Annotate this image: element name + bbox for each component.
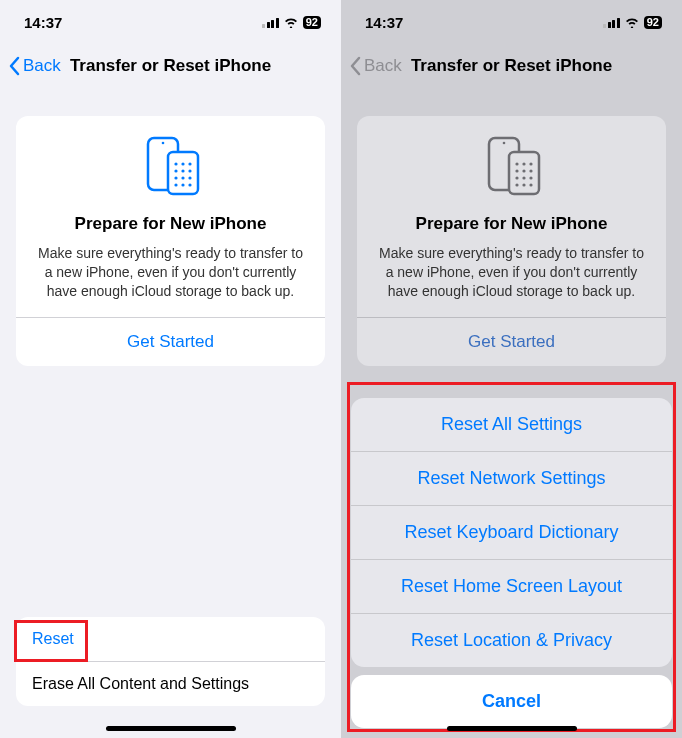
svg-point-19 — [522, 162, 525, 165]
bottom-options-list: Reset Erase All Content and Settings — [16, 617, 325, 706]
svg-point-11 — [188, 176, 191, 179]
reset-action-sheet: Reset All Settings Reset Network Setting… — [351, 398, 672, 728]
reset-network-settings-button[interactable]: Reset Network Settings — [351, 452, 672, 506]
chevron-left-icon — [8, 56, 20, 76]
chevron-left-icon — [349, 56, 361, 76]
erase-all-button[interactable]: Erase All Content and Settings — [16, 662, 325, 706]
cellular-signal-icon — [262, 17, 279, 28]
svg-point-9 — [174, 176, 177, 179]
battery-icon: 92 — [644, 16, 662, 29]
svg-point-24 — [515, 176, 518, 179]
screen-left: 14:37 92 Back Transfer or Reset iPhone P… — [0, 0, 341, 738]
battery-icon: 92 — [303, 16, 321, 29]
svg-point-21 — [515, 169, 518, 172]
cancel-button[interactable]: Cancel — [351, 675, 672, 728]
back-button[interactable]: Back — [349, 56, 402, 76]
get-started-button[interactable]: Get Started — [357, 317, 666, 366]
nav-bar: Back Transfer or Reset iPhone — [0, 44, 341, 88]
svg-point-8 — [188, 169, 191, 172]
reset-all-settings-button[interactable]: Reset All Settings — [351, 398, 672, 452]
svg-point-1 — [161, 142, 164, 145]
svg-point-22 — [522, 169, 525, 172]
reset-keyboard-dictionary-button[interactable]: Reset Keyboard Dictionary — [351, 506, 672, 560]
get-started-button[interactable]: Get Started — [16, 317, 325, 366]
reset-home-screen-layout-button[interactable]: Reset Home Screen Layout — [351, 560, 672, 614]
back-label: Back — [364, 56, 402, 76]
status-indicators: 92 — [603, 16, 662, 29]
svg-point-13 — [181, 183, 184, 186]
svg-rect-2 — [168, 152, 198, 194]
reset-location-privacy-button[interactable]: Reset Location & Privacy — [351, 614, 672, 667]
action-group: Reset All Settings Reset Network Setting… — [351, 398, 672, 667]
card-body: Make sure everything's ready to transfer… — [375, 244, 648, 301]
svg-rect-17 — [509, 152, 539, 194]
svg-point-26 — [529, 176, 532, 179]
nav-bar: Back Transfer or Reset iPhone — [341, 44, 682, 88]
status-bar: 14:37 92 — [0, 0, 341, 44]
svg-point-3 — [174, 162, 177, 165]
svg-point-10 — [181, 176, 184, 179]
svg-point-14 — [188, 183, 191, 186]
devices-icon — [477, 134, 547, 198]
svg-point-25 — [522, 176, 525, 179]
status-indicators: 92 — [262, 16, 321, 29]
back-button[interactable]: Back — [8, 56, 61, 76]
svg-point-28 — [522, 183, 525, 186]
svg-point-16 — [502, 142, 505, 145]
svg-point-12 — [174, 183, 177, 186]
cellular-signal-icon — [603, 17, 620, 28]
svg-point-7 — [181, 169, 184, 172]
svg-point-5 — [188, 162, 191, 165]
status-time: 14:37 — [24, 14, 62, 31]
svg-point-18 — [515, 162, 518, 165]
prepare-card: Prepare for New iPhone Make sure everyth… — [357, 116, 666, 366]
card-body: Make sure everything's ready to transfer… — [34, 244, 307, 301]
home-indicator — [447, 726, 577, 731]
svg-point-23 — [529, 169, 532, 172]
home-indicator — [106, 726, 236, 731]
wifi-icon — [283, 16, 299, 28]
status-bar: 14:37 92 — [341, 0, 682, 44]
wifi-icon — [624, 16, 640, 28]
devices-icon — [136, 134, 206, 198]
svg-point-27 — [515, 183, 518, 186]
svg-point-29 — [529, 183, 532, 186]
prepare-card: Prepare for New iPhone Make sure everyth… — [16, 116, 325, 366]
svg-point-20 — [529, 162, 532, 165]
reset-button[interactable]: Reset — [16, 617, 325, 662]
svg-point-6 — [174, 169, 177, 172]
back-label: Back — [23, 56, 61, 76]
screen-right: 14:37 92 Back Transfer or Reset iPhone P… — [341, 0, 682, 738]
svg-point-4 — [181, 162, 184, 165]
status-time: 14:37 — [365, 14, 403, 31]
card-title: Prepare for New iPhone — [416, 214, 608, 234]
card-title: Prepare for New iPhone — [75, 214, 267, 234]
